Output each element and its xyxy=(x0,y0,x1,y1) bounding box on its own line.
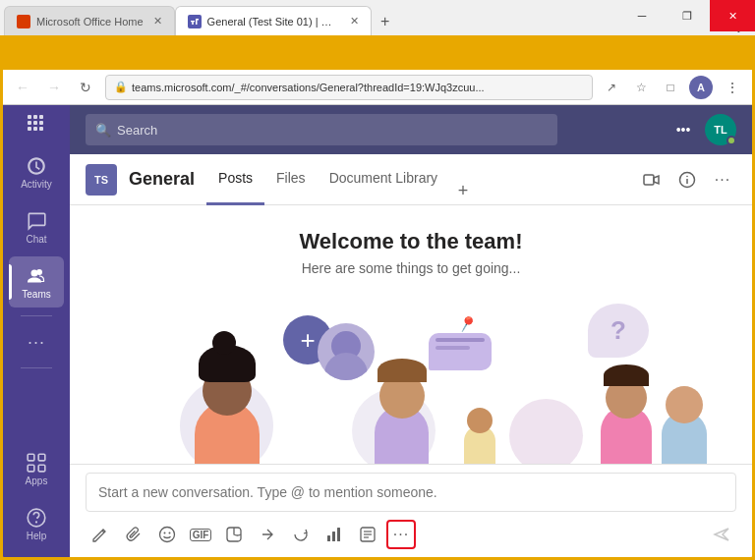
header-actions: ••• TL xyxy=(669,114,736,145)
teams-favicon xyxy=(188,15,202,28)
forms-button[interactable] xyxy=(353,520,382,549)
search-placeholder: Search xyxy=(117,123,157,138)
back-button[interactable]: ← xyxy=(11,76,34,99)
office-favicon xyxy=(17,15,30,28)
compose-placeholder: Start a new conversation. Type @ to ment… xyxy=(98,484,437,500)
sidebar-item-teams[interactable]: Teams xyxy=(9,256,64,308)
tab-document-library[interactable]: Document Library xyxy=(318,154,450,205)
title-bar: Microsoft Office Home ✕ General (Test Si… xyxy=(3,3,752,34)
welcome-subtitle: Here are some things to get going... xyxy=(302,260,521,276)
sidebar-item-activity[interactable]: Activity xyxy=(9,146,64,197)
person-2-bubble xyxy=(318,323,375,380)
refresh-button[interactable]: ↻ xyxy=(74,76,97,99)
teams-icon xyxy=(26,265,47,287)
sticker-icon xyxy=(225,526,243,543)
sidebar-item-help[interactable]: Help xyxy=(9,498,64,549)
extensions-button[interactable]: □ xyxy=(660,77,681,98)
tab-teams[interactable]: General (Test Site 01) | Microsoft… ✕ xyxy=(175,6,372,35)
person-5-head xyxy=(666,386,703,423)
browser-menu-button[interactable]: ⋮ xyxy=(721,76,744,99)
video-call-button[interactable] xyxy=(638,166,666,194)
chat-bubble-1 xyxy=(429,333,492,370)
header-more-icon: ••• xyxy=(676,122,691,138)
send-button[interactable] xyxy=(707,520,736,549)
tab-teams-close[interactable]: ✕ xyxy=(350,15,359,28)
svg-rect-27 xyxy=(337,528,340,541)
left-sidebar: Activity Chat Teams ··· xyxy=(3,105,70,557)
minimize-button[interactable]: ─ xyxy=(619,0,665,31)
channel-header-actions: ··· xyxy=(638,166,736,194)
tab-files[interactable]: Files xyxy=(264,154,318,205)
svg-rect-11 xyxy=(28,454,34,461)
video-icon xyxy=(643,171,661,189)
channel-more-button[interactable]: ··· xyxy=(709,166,736,194)
new-tab-button[interactable]: + xyxy=(372,8,399,35)
user-avatar[interactable]: TL xyxy=(705,114,736,145)
svg-rect-4 xyxy=(33,121,37,125)
svg-rect-26 xyxy=(332,532,335,541)
info-button[interactable] xyxy=(673,166,701,194)
teams-label: Teams xyxy=(22,289,50,300)
bookmark-button[interactable]: ☆ xyxy=(630,77,652,98)
sidebar-item-apps[interactable]: Apps xyxy=(9,443,64,494)
small-person-head xyxy=(467,408,493,433)
tab-office[interactable]: Microsoft Office Home ✕ xyxy=(4,6,175,35)
format-button[interactable] xyxy=(86,520,115,549)
compose-area: Start a new conversation. Type @ to ment… xyxy=(70,464,752,557)
svg-rect-2 xyxy=(39,115,43,119)
loop-button[interactable] xyxy=(286,520,316,549)
attach-button[interactable] xyxy=(119,520,148,549)
sidebar-more-button[interactable]: ··· xyxy=(9,324,64,360)
schedule-button[interactable] xyxy=(253,520,282,549)
format-icon xyxy=(91,526,109,543)
apps-grid-icon xyxy=(26,113,47,135)
forward-button[interactable]: → xyxy=(42,76,66,99)
welcome-area: Welcome to the team! Here are some thing… xyxy=(70,205,752,464)
chart-button[interactable] xyxy=(319,520,349,549)
channel-name: General xyxy=(129,169,195,190)
address-input[interactable]: 🔒 teams.microsoft.com/_#/conversations/G… xyxy=(105,75,593,100)
avatar-status-dot xyxy=(726,136,736,145)
header-more-button[interactable]: ••• xyxy=(669,116,697,143)
svg-rect-7 xyxy=(33,127,37,131)
more-actions-button[interactable]: ··· xyxy=(386,520,416,549)
emoji-button[interactable] xyxy=(152,520,182,549)
tabs-bar: Microsoft Office Home ✕ General (Test Si… xyxy=(0,0,755,35)
schedule-icon xyxy=(259,526,276,543)
browser-frame: Microsoft Office Home ✕ General (Test Si… xyxy=(0,0,755,560)
tab-posts[interactable]: Posts xyxy=(206,154,264,205)
more-actions-icon: ··· xyxy=(393,526,409,543)
bg-circle-3 xyxy=(509,399,583,464)
sticker-button[interactable] xyxy=(219,520,249,549)
tab-office-close[interactable]: ✕ xyxy=(153,15,162,28)
svg-rect-8 xyxy=(39,127,43,131)
team-icon: TS xyxy=(86,164,117,196)
svg-point-20 xyxy=(686,175,688,177)
compose-box[interactable]: Start a new conversation. Type @ to ment… xyxy=(86,473,736,512)
help-icon xyxy=(26,507,47,529)
sidebar-item-chat[interactable]: Chat xyxy=(9,201,64,252)
restore-button[interactable]: ❐ xyxy=(665,0,710,31)
activity-icon xyxy=(26,155,47,177)
sidebar-bottom: Apps Help xyxy=(9,443,64,549)
search-bar[interactable]: 🔍 Search xyxy=(86,114,557,145)
bubble-line-1 xyxy=(436,338,485,342)
svg-point-10 xyxy=(31,269,38,276)
svg-rect-13 xyxy=(28,465,34,472)
add-tab-button[interactable]: + xyxy=(449,178,477,205)
question-bubble: ? xyxy=(588,304,649,358)
activity-label: Activity xyxy=(21,179,52,190)
profile-button[interactable]: A xyxy=(689,76,713,99)
search-icon: 🔍 xyxy=(95,123,111,138)
share-button[interactable]: ↗ xyxy=(601,77,622,98)
svg-rect-6 xyxy=(28,127,31,131)
svg-rect-25 xyxy=(327,535,330,541)
close-button[interactable]: ✕ xyxy=(710,0,755,31)
svg-point-21 xyxy=(160,528,175,542)
channel-content: Welcome to the team! Here are some thing… xyxy=(70,205,752,557)
gif-button[interactable]: GIF xyxy=(186,520,215,549)
person-2-body xyxy=(324,353,368,380)
chart-icon xyxy=(325,526,343,543)
attach-icon xyxy=(125,526,143,543)
lock-icon: 🔒 xyxy=(114,81,128,93)
